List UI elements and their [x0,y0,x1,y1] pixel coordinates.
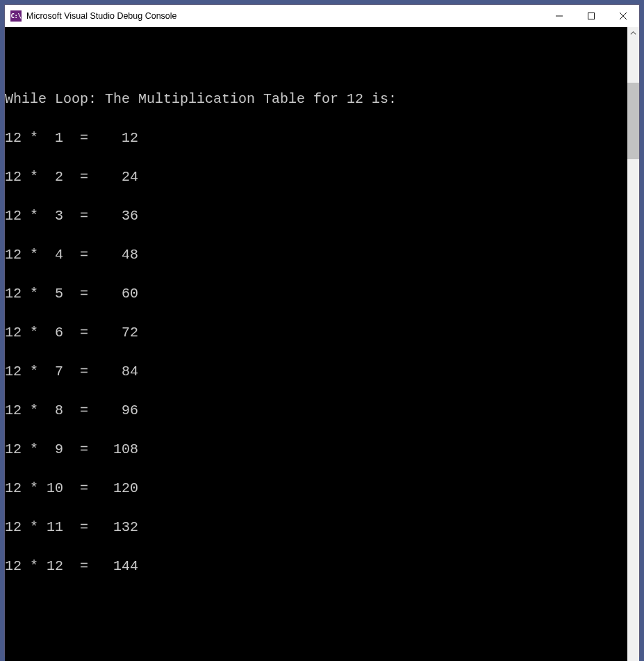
output-line: 12 * 6 = 72 [5,323,627,343]
console-window: C:\ Microsoft Visual Studio Debug Consol… [4,4,640,657]
blank-line [5,51,627,70]
chevron-up-icon [630,30,636,36]
vertical-scrollbar[interactable] [627,27,639,661]
svg-rect-1 [588,13,595,19]
section-header: While Loop: The Multiplication Table for… [5,90,627,109]
console-output[interactable]: While Loop: The Multiplication Table for… [5,27,627,661]
output-line: 12 * 3 = 36 [5,206,627,226]
output-line: 12 * 7 = 84 [5,362,627,382]
maximize-button[interactable] [575,5,607,27]
output-line: 12 * 9 = 108 [5,440,627,459]
minimize-icon [556,13,563,19]
output-line: 12 * 8 = 96 [5,401,627,421]
app-icon: C:\ [10,10,22,22]
output-line: 12 * 2 = 24 [5,168,627,187]
output-line: 12 * 1 = 12 [5,129,627,148]
blank-line [5,635,627,654]
minimize-button[interactable] [543,5,575,27]
blank-line [5,596,627,615]
close-icon [620,13,627,19]
scroll-up-button[interactable] [627,27,639,39]
output-line: 12 * 11 = 132 [5,518,627,537]
window-title: Microsoft Visual Studio Debug Console [26,11,177,21]
output-line: 12 * 5 = 60 [5,284,627,304]
output-line: 12 * 4 = 48 [5,245,627,265]
output-line: 12 * 10 = 120 [5,479,627,498]
close-button[interactable] [607,5,639,27]
output-line: 12 * 12 = 144 [5,557,627,576]
titlebar[interactable]: C:\ Microsoft Visual Studio Debug Consol… [5,5,639,27]
scrollbar-thumb[interactable] [627,83,639,159]
client-area: While Loop: The Multiplication Table for… [5,27,639,661]
maximize-icon [588,13,595,19]
